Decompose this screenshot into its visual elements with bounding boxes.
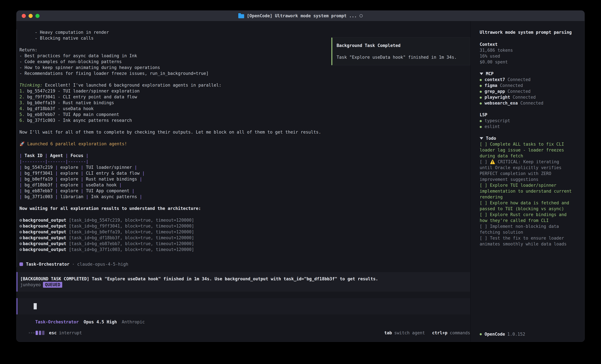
tool-args: [task_id=bg_df18bb3f, block=true, timeou… [69, 235, 194, 240]
table-row: | bg_df18bb3f | explore | useData hook | [20, 182, 470, 188]
mcp-server-status: Connected [500, 83, 523, 88]
todo-checkbox: [ ] [480, 142, 487, 147]
context-label: Context [480, 41, 573, 47]
agent-list: 1. bg_5547c219 - TUI loader/spinner expl… [20, 88, 470, 123]
todo-checkbox: [ ] [480, 183, 487, 188]
lsp-server-name: eslint [485, 124, 500, 129]
folder-icon [238, 14, 244, 18]
desktop: [OpenCode] Ultrawork mode system prompt … [0, 0, 601, 364]
todo-checkbox: [ ] [480, 212, 487, 217]
tool-name: background_output [23, 235, 66, 240]
terminal-window: [OpenCode] Ultrawork mode system prompt … [16, 10, 585, 342]
tool-name: background_output [23, 230, 66, 234]
todo-item: [ ] Explore Rust core bindings and how t… [480, 212, 573, 223]
completed-meta: junhoyeoQUEUED [20, 282, 466, 288]
todo-item: [ ] Implement non-blocking data fetching… [480, 223, 573, 235]
status-dot-icon [480, 79, 482, 81]
context-stat: $0.00 spent [480, 59, 573, 65]
tool-args: [task_id=bg_f9ff3041, block=true, timeou… [69, 224, 194, 229]
table-body: | bg_5547c219 | explore | TUI loader/spi… [20, 164, 470, 200]
output-line: - Heavy computation in render [20, 29, 470, 35]
output-line: - How to keep spinner animating during h… [20, 65, 470, 70]
tool-name: background_output [23, 247, 66, 252]
launched-text: Launched 6 parallel exploration agents! [27, 141, 127, 146]
table-row: | bg_f9ff3041 | explore | CLI entry & da… [20, 170, 470, 176]
titlebar[interactable]: [OpenCode] Ultrawork mode system prompt … [17, 11, 584, 21]
status-dot-icon [480, 102, 482, 105]
tool-calls: ⚙background_output [task_id=bg_5547c219,… [20, 217, 470, 252]
agent-description: bg_37f1c003 - Ink async patterns researc… [27, 118, 132, 123]
mcp-header[interactable]: MCP [480, 71, 573, 77]
notification-title: Background Task Completed [337, 43, 465, 48]
todo-checkbox: [ ] [480, 159, 487, 164]
list-number: 3. [20, 100, 24, 105]
window-title: [OpenCode] Ultrawork mode system prompt … [247, 13, 357, 19]
agent-list-item: 3. bg_b0effa19 - Rust native bindings [20, 100, 470, 106]
todo-item: [ ] ⚠️ CRITICAL: Keep iterating until Or… [480, 159, 573, 182]
rocket-icon: 🚀 [20, 141, 25, 146]
agent-description: bg_df18bb3f - useData hook [27, 106, 94, 111]
table-divider: |---------|-------|-------| [20, 159, 470, 164]
zoom-button[interactable] [35, 14, 40, 18]
status-dot-icon [480, 85, 482, 87]
status-dot-icon [480, 91, 482, 93]
context-stat: 31,686 tokens [480, 47, 573, 53]
queued-badge: QUEUED [43, 282, 62, 288]
mcp-item: context7 Connected [480, 77, 573, 83]
statusbar: escinterrupt tabswitch agentctrl+pcomman… [17, 327, 470, 342]
list-number: 4. [20, 106, 24, 111]
mcp-item: websearch_exa Connected [480, 100, 573, 106]
commands-hint: commands [450, 330, 470, 336]
completed-text: [BACKGROUND TASK COMPLETED] Task "Explor… [20, 276, 466, 282]
prompt-input[interactable] [17, 298, 470, 315]
status-dot-icon [480, 96, 482, 99]
window-content: - Heavy computation in render- Blocking … [17, 21, 584, 342]
table-row: | bg_eb87ebb7 | explore | TUI App compon… [20, 188, 470, 194]
todo-item: [ ] Test the fix to ensure loader animat… [480, 235, 573, 247]
list-number: 1. [20, 88, 24, 94]
context-stat: 16% used [480, 53, 573, 59]
todo-section: Todo [ ] Complete ALL tasks to fix CLI l… [480, 135, 573, 247]
list-number: 5. [20, 112, 24, 117]
table-header: | Task ID | Agent | Focus | [20, 153, 470, 159]
todo-text: Explore Rust core bindings and how they'… [480, 212, 569, 223]
gear-icon: ⚙ [20, 241, 22, 246]
thinking-label: Thinking: [20, 83, 42, 87]
mcp-server-name: context7 [485, 77, 505, 82]
tool-call-line: ⚙background_output [task_id=bg_eb87ebb7,… [20, 241, 470, 247]
agent-description: bg_eb87ebb7 - TUI App main component [27, 112, 119, 117]
minimize-button[interactable] [29, 14, 33, 18]
close-button[interactable] [22, 14, 26, 18]
agent-model: · claude-opus-4-5-high [72, 261, 128, 267]
footer-agent-name: Task-Orchestrator [35, 319, 79, 324]
mcp-item: grep_app Connected [480, 88, 573, 94]
todo-text: Test the fix to ensure loader animates s… [480, 236, 567, 246]
mcp-section: MCP context7 Connectedfigma Connectedgre… [480, 71, 573, 106]
tab-key-hint: tab [384, 330, 392, 336]
mcp-server-name: grep_app [485, 89, 505, 94]
todo-list: [ ] Complete ALL tasks to fix CLI loader… [480, 141, 573, 247]
context-section: Context 31,686 tokens16% used$0.00 spent [480, 41, 573, 65]
todo-text: Complete ALL tasks to fix CLI loader lag… [480, 142, 567, 158]
todo-text: Explore TUI loader/spinner implementatio… [480, 183, 574, 200]
todo-header[interactable]: Todo [480, 135, 573, 141]
status-dot-icon [480, 126, 482, 128]
agent-list-item: 1. bg_5547c219 - TUI loader/spinner expl… [20, 88, 470, 94]
agent-description: bg_b0effa19 - Rust native bindings [27, 100, 114, 105]
terminal-output[interactable]: - Heavy computation in render- Blocking … [17, 21, 470, 327]
app-name: OpenCode [485, 331, 505, 337]
lsp-list: typescripteslint [480, 118, 573, 129]
text-cursor [34, 303, 37, 309]
sidebar-title: Ultrawork mode system prompt parsing [480, 29, 573, 35]
gear-icon: ⚙ [20, 218, 22, 223]
tool-args: [task_id=bg_37f1c003, block=true, timeou… [69, 247, 194, 252]
agent-turn-header: Task-Orchestrator· claude-opus-4-5-high [20, 261, 470, 267]
list-number: 2. [20, 95, 24, 99]
tool-call-line: ⚙background_output [task_id=bg_b0effa19,… [20, 229, 470, 235]
table-row: | bg_b0effa19 | explore | Rust native bi… [20, 176, 470, 182]
mcp-item: playwright Connected [480, 94, 573, 100]
mcp-server-status: Connected [513, 95, 536, 100]
tool-call-line: ⚙background_output [task_id=bg_5547c219,… [20, 217, 470, 223]
status-dot-icon [480, 120, 482, 122]
todo-item: [ ] Explore TUI loader/spinner implement… [480, 182, 573, 200]
